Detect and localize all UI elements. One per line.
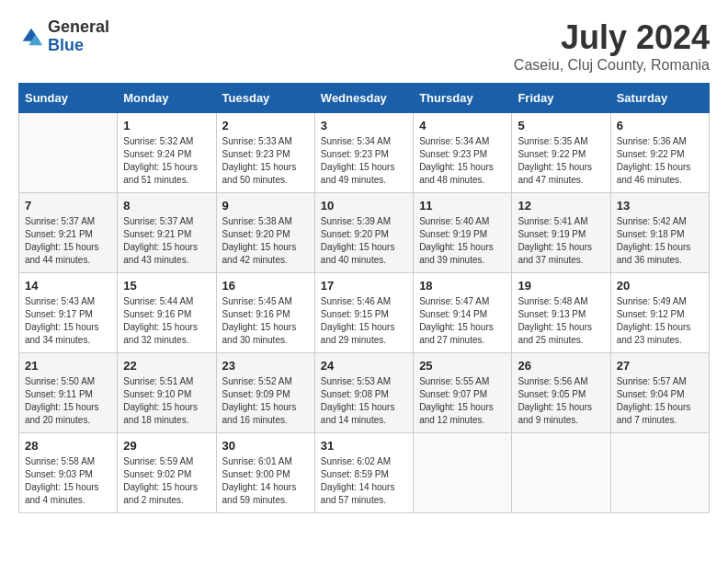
location-subtitle: Caseiu, Cluj County, Romania xyxy=(514,57,710,74)
weekday-header-row: SundayMondayTuesdayWednesdayThursdayFrid… xyxy=(19,84,710,113)
calendar-cell: 23Sunrise: 5:52 AMSunset: 9:09 PMDayligh… xyxy=(216,353,314,433)
day-info: Sunrise: 5:48 AMSunset: 9:13 PMDaylight:… xyxy=(518,295,604,347)
day-number: 5 xyxy=(518,119,604,132)
calendar-cell: 9Sunrise: 5:38 AMSunset: 9:20 PMDaylight… xyxy=(216,193,314,273)
calendar-cell: 31Sunrise: 6:02 AMSunset: 8:59 PMDayligh… xyxy=(314,433,413,513)
day-info: Sunrise: 5:45 AMSunset: 9:16 PMDaylight:… xyxy=(222,295,309,347)
calendar-cell: 15Sunrise: 5:44 AMSunset: 9:16 PMDayligh… xyxy=(118,273,216,353)
calendar-cell: 18Sunrise: 5:47 AMSunset: 9:14 PMDayligh… xyxy=(414,273,512,353)
calendar-cell: 28Sunrise: 5:58 AMSunset: 9:03 PMDayligh… xyxy=(19,433,118,513)
day-info: Sunrise: 5:51 AMSunset: 9:10 PMDaylight:… xyxy=(123,375,210,427)
weekday-header-sunday: Sunday xyxy=(19,84,118,113)
calendar-week-row: 7Sunrise: 5:37 AMSunset: 9:21 PMDaylight… xyxy=(19,193,710,273)
calendar-week-row: 28Sunrise: 5:58 AMSunset: 9:03 PMDayligh… xyxy=(19,433,710,513)
calendar-week-row: 1Sunrise: 5:32 AMSunset: 9:24 PMDaylight… xyxy=(19,113,710,193)
day-number: 16 xyxy=(222,279,309,293)
calendar-cell: 1Sunrise: 5:32 AMSunset: 9:24 PMDaylight… xyxy=(118,113,216,193)
day-number: 8 xyxy=(123,199,210,213)
calendar-cell: 6Sunrise: 5:36 AMSunset: 9:22 PMDaylight… xyxy=(610,113,709,193)
day-info: Sunrise: 5:59 AMSunset: 9:02 PMDaylight:… xyxy=(123,455,210,507)
calendar-cell: 21Sunrise: 5:50 AMSunset: 9:11 PMDayligh… xyxy=(19,353,118,433)
day-number: 10 xyxy=(321,199,407,213)
calendar-cell: 19Sunrise: 5:48 AMSunset: 9:13 PMDayligh… xyxy=(512,273,610,353)
day-number: 4 xyxy=(419,119,506,132)
day-number: 6 xyxy=(617,119,703,132)
day-number: 20 xyxy=(617,279,703,293)
day-number: 15 xyxy=(123,279,210,293)
day-number: 3 xyxy=(321,119,407,132)
calendar-cell: 22Sunrise: 5:51 AMSunset: 9:10 PMDayligh… xyxy=(118,353,216,433)
day-info: Sunrise: 5:49 AMSunset: 9:12 PMDaylight:… xyxy=(617,295,703,347)
calendar-cell: 25Sunrise: 5:55 AMSunset: 9:07 PMDayligh… xyxy=(414,353,512,433)
title-section: July 2024 Caseiu, Cluj County, Romania xyxy=(514,18,710,74)
day-number: 17 xyxy=(321,279,407,293)
logo-icon xyxy=(18,24,44,50)
day-number: 9 xyxy=(222,199,309,213)
month-year-title: July 2024 xyxy=(514,18,710,57)
calendar-cell: 5Sunrise: 5:35 AMSunset: 9:22 PMDaylight… xyxy=(512,113,610,193)
day-info: Sunrise: 5:58 AMSunset: 9:03 PMDaylight:… xyxy=(25,455,111,507)
calendar-table: SundayMondayTuesdayWednesdayThursdayFrid… xyxy=(18,83,710,513)
day-info: Sunrise: 5:32 AMSunset: 9:24 PMDaylight:… xyxy=(123,135,210,187)
calendar-cell: 7Sunrise: 5:37 AMSunset: 9:21 PMDaylight… xyxy=(19,193,118,273)
day-info: Sunrise: 5:37 AMSunset: 9:21 PMDaylight:… xyxy=(25,215,111,267)
day-number: 7 xyxy=(25,199,111,213)
calendar-cell: 3Sunrise: 5:34 AMSunset: 9:23 PMDaylight… xyxy=(314,113,413,193)
calendar-cell: 11Sunrise: 5:40 AMSunset: 9:19 PMDayligh… xyxy=(414,193,512,273)
day-number: 13 xyxy=(617,199,703,213)
day-info: Sunrise: 5:46 AMSunset: 9:15 PMDaylight:… xyxy=(321,295,407,347)
day-info: Sunrise: 5:39 AMSunset: 9:20 PMDaylight:… xyxy=(321,215,407,267)
day-info: Sunrise: 5:41 AMSunset: 9:19 PMDaylight:… xyxy=(518,215,604,267)
weekday-header-wednesday: Wednesday xyxy=(314,84,413,113)
day-number: 23 xyxy=(222,359,309,373)
day-info: Sunrise: 5:38 AMSunset: 9:20 PMDaylight:… xyxy=(222,215,309,267)
day-info: Sunrise: 6:01 AMSunset: 9:00 PMDaylight:… xyxy=(222,455,309,507)
calendar-cell: 17Sunrise: 5:46 AMSunset: 9:15 PMDayligh… xyxy=(314,273,413,353)
day-number: 22 xyxy=(123,359,210,373)
day-info: Sunrise: 5:55 AMSunset: 9:07 PMDaylight:… xyxy=(419,375,506,427)
day-info: Sunrise: 5:35 AMSunset: 9:22 PMDaylight:… xyxy=(518,135,604,187)
weekday-header-thursday: Thursday xyxy=(414,84,512,113)
calendar-cell xyxy=(414,433,512,513)
day-number: 29 xyxy=(123,439,210,453)
day-number: 2 xyxy=(222,119,309,132)
day-number: 1 xyxy=(123,119,210,132)
day-info: Sunrise: 5:40 AMSunset: 9:19 PMDaylight:… xyxy=(419,215,506,267)
calendar-cell xyxy=(512,433,610,513)
day-info: Sunrise: 5:34 AMSunset: 9:23 PMDaylight:… xyxy=(419,135,506,187)
calendar-week-row: 21Sunrise: 5:50 AMSunset: 9:11 PMDayligh… xyxy=(19,353,710,433)
calendar-week-row: 14Sunrise: 5:43 AMSunset: 9:17 PMDayligh… xyxy=(19,273,710,353)
day-number: 14 xyxy=(25,279,111,293)
calendar-cell: 26Sunrise: 5:56 AMSunset: 9:05 PMDayligh… xyxy=(512,353,610,433)
calendar-cell: 12Sunrise: 5:41 AMSunset: 9:19 PMDayligh… xyxy=(512,193,610,273)
day-info: Sunrise: 5:50 AMSunset: 9:11 PMDaylight:… xyxy=(25,375,111,427)
day-number: 26 xyxy=(518,359,604,373)
day-number: 24 xyxy=(321,359,407,373)
day-info: Sunrise: 5:53 AMSunset: 9:08 PMDaylight:… xyxy=(321,375,407,427)
day-info: Sunrise: 5:37 AMSunset: 9:21 PMDaylight:… xyxy=(123,215,210,267)
day-number: 12 xyxy=(518,199,604,213)
logo-general: General xyxy=(48,18,109,37)
calendar-cell: 30Sunrise: 6:01 AMSunset: 9:00 PMDayligh… xyxy=(216,433,314,513)
calendar-cell: 24Sunrise: 5:53 AMSunset: 9:08 PMDayligh… xyxy=(314,353,413,433)
day-info: Sunrise: 6:02 AMSunset: 8:59 PMDaylight:… xyxy=(321,455,407,507)
calendar-cell: 4Sunrise: 5:34 AMSunset: 9:23 PMDaylight… xyxy=(414,113,512,193)
day-info: Sunrise: 5:43 AMSunset: 9:17 PMDaylight:… xyxy=(25,295,111,347)
day-number: 19 xyxy=(518,279,604,293)
day-info: Sunrise: 5:57 AMSunset: 9:04 PMDaylight:… xyxy=(617,375,703,427)
logo-text: General Blue xyxy=(48,18,109,55)
calendar-cell: 13Sunrise: 5:42 AMSunset: 9:18 PMDayligh… xyxy=(610,193,709,273)
day-info: Sunrise: 5:56 AMSunset: 9:05 PMDaylight:… xyxy=(518,375,604,427)
day-info: Sunrise: 5:34 AMSunset: 9:23 PMDaylight:… xyxy=(321,135,407,187)
logo-blue: Blue xyxy=(48,37,109,55)
day-number: 28 xyxy=(25,439,111,453)
day-info: Sunrise: 5:44 AMSunset: 9:16 PMDaylight:… xyxy=(123,295,210,347)
calendar-cell: 16Sunrise: 5:45 AMSunset: 9:16 PMDayligh… xyxy=(216,273,314,353)
day-number: 21 xyxy=(25,359,111,373)
day-number: 31 xyxy=(321,439,407,453)
weekday-header-friday: Friday xyxy=(512,84,610,113)
day-info: Sunrise: 5:42 AMSunset: 9:18 PMDaylight:… xyxy=(617,215,703,267)
day-info: Sunrise: 5:33 AMSunset: 9:23 PMDaylight:… xyxy=(222,135,309,187)
calendar-cell xyxy=(610,433,709,513)
day-info: Sunrise: 5:36 AMSunset: 9:22 PMDaylight:… xyxy=(617,135,703,187)
